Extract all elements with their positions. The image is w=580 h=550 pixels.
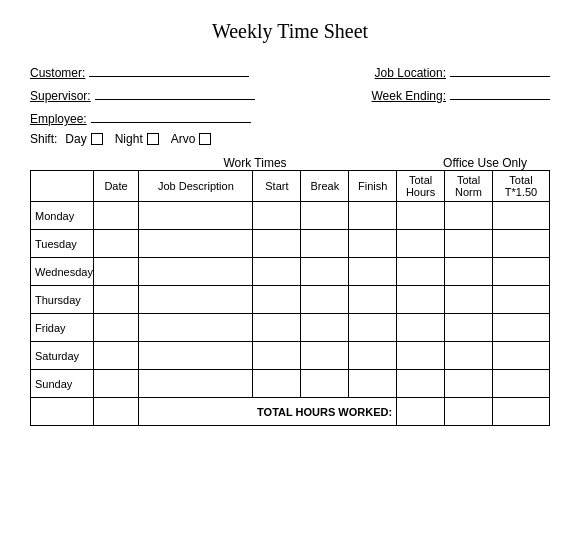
cell-wednesday-1[interactable] — [93, 258, 139, 286]
cell-thursday-6[interactable] — [397, 286, 445, 314]
total-cell-6 — [397, 398, 445, 426]
cell-monday-6[interactable] — [397, 202, 445, 230]
day-label-saturday: Saturday — [31, 342, 94, 370]
cell-saturday-2[interactable] — [139, 342, 253, 370]
cell-monday-2[interactable] — [139, 202, 253, 230]
customer-label: Customer: — [30, 66, 85, 80]
cell-wednesday-6[interactable] — [397, 258, 445, 286]
col-header-break: Break — [301, 171, 349, 202]
cell-thursday-1[interactable] — [93, 286, 139, 314]
cell-wednesday-2[interactable] — [139, 258, 253, 286]
cell-friday-7[interactable] — [445, 314, 493, 342]
cell-friday-6[interactable] — [397, 314, 445, 342]
supervisor-field[interactable] — [95, 86, 255, 100]
cell-tuesday-8[interactable] — [492, 230, 549, 258]
cell-wednesday-7[interactable] — [445, 258, 493, 286]
day-label-sunday: Sunday — [31, 370, 94, 398]
cell-saturday-6[interactable] — [397, 342, 445, 370]
cell-monday-5[interactable] — [349, 202, 397, 230]
shift-day-checkbox[interactable] — [91, 133, 103, 145]
cell-sunday-3[interactable] — [253, 370, 301, 398]
employee-field[interactable] — [91, 109, 251, 123]
cell-saturday-8[interactable] — [492, 342, 549, 370]
table-row: Monday — [31, 202, 550, 230]
shift-arvo-checkbox[interactable] — [199, 133, 211, 145]
cell-sunday-7[interactable] — [445, 370, 493, 398]
col-header-date: Date — [93, 171, 139, 202]
cell-monday-4[interactable] — [301, 202, 349, 230]
col-header-totalnorm: Total Norm — [445, 171, 493, 202]
customer-field[interactable] — [89, 63, 249, 77]
cell-thursday-4[interactable] — [301, 286, 349, 314]
shift-label: Shift: — [30, 132, 57, 146]
shift-day-label: Day — [65, 132, 86, 146]
cell-friday-8[interactable] — [492, 314, 549, 342]
shift-arvo-option[interactable]: Arvo — [171, 132, 212, 146]
cell-sunday-4[interactable] — [301, 370, 349, 398]
shift-night-label: Night — [115, 132, 143, 146]
cell-monday-3[interactable] — [253, 202, 301, 230]
cell-tuesday-4[interactable] — [301, 230, 349, 258]
cell-friday-1[interactable] — [93, 314, 139, 342]
shift-night-checkbox[interactable] — [147, 133, 159, 145]
cell-thursday-2[interactable] — [139, 286, 253, 314]
cell-wednesday-5[interactable] — [349, 258, 397, 286]
cell-saturday-7[interactable] — [445, 342, 493, 370]
total-cell-1 — [93, 398, 139, 426]
cell-sunday-2[interactable] — [139, 370, 253, 398]
cell-thursday-3[interactable] — [253, 286, 301, 314]
cell-tuesday-2[interactable] — [139, 230, 253, 258]
cell-monday-1[interactable] — [93, 202, 139, 230]
cell-thursday-8[interactable] — [492, 286, 549, 314]
total-hours-label: TOTAL HOURS WORKED: — [139, 398, 397, 426]
cell-sunday-5[interactable] — [349, 370, 397, 398]
work-times-label: Work Times — [30, 156, 420, 170]
table-row: Sunday — [31, 370, 550, 398]
col-header-start: Start — [253, 171, 301, 202]
supervisor-label: Supervisor: — [30, 89, 91, 103]
cell-saturday-1[interactable] — [93, 342, 139, 370]
cell-wednesday-4[interactable] — [301, 258, 349, 286]
job-location-field[interactable] — [450, 63, 550, 77]
cell-friday-4[interactable] — [301, 314, 349, 342]
total-cell-0 — [31, 398, 94, 426]
office-use-label: Office Use Only — [420, 156, 550, 170]
cell-saturday-3[interactable] — [253, 342, 301, 370]
shift-night-option[interactable]: Night — [115, 132, 159, 146]
week-ending-label: Week Ending: — [372, 89, 447, 103]
table-header-row: Date Job Description Start Break Finish … — [31, 171, 550, 202]
col-header-finish: Finish — [349, 171, 397, 202]
page-title: Weekly Time Sheet — [30, 20, 550, 43]
cell-wednesday-8[interactable] — [492, 258, 549, 286]
shift-day-option[interactable]: Day — [65, 132, 102, 146]
cell-friday-3[interactable] — [253, 314, 301, 342]
cell-sunday-1[interactable] — [93, 370, 139, 398]
cell-saturday-4[interactable] — [301, 342, 349, 370]
cell-thursday-5[interactable] — [349, 286, 397, 314]
day-label-wednesday: Wednesday — [31, 258, 94, 286]
cell-tuesday-7[interactable] — [445, 230, 493, 258]
cell-monday-7[interactable] — [445, 202, 493, 230]
cell-friday-2[interactable] — [139, 314, 253, 342]
timesheet-table: Date Job Description Start Break Finish … — [30, 170, 550, 426]
cell-sunday-8[interactable] — [492, 370, 549, 398]
cell-tuesday-3[interactable] — [253, 230, 301, 258]
col-header-day — [31, 171, 94, 202]
cell-monday-8[interactable] — [492, 202, 549, 230]
cell-tuesday-1[interactable] — [93, 230, 139, 258]
total-cell-7 — [445, 398, 493, 426]
total-cell-8 — [492, 398, 549, 426]
cell-tuesday-5[interactable] — [349, 230, 397, 258]
cell-wednesday-3[interactable] — [253, 258, 301, 286]
col-header-total150: Total T*1.50 — [492, 171, 549, 202]
timesheet-table-container: Work Times Office Use Only Date Job Desc… — [30, 156, 550, 426]
table-row: Tuesday — [31, 230, 550, 258]
cell-sunday-6[interactable] — [397, 370, 445, 398]
cell-tuesday-6[interactable] — [397, 230, 445, 258]
table-row: Saturday — [31, 342, 550, 370]
cell-friday-5[interactable] — [349, 314, 397, 342]
week-ending-field[interactable] — [450, 86, 550, 100]
cell-thursday-7[interactable] — [445, 286, 493, 314]
table-row: Thursday — [31, 286, 550, 314]
cell-saturday-5[interactable] — [349, 342, 397, 370]
